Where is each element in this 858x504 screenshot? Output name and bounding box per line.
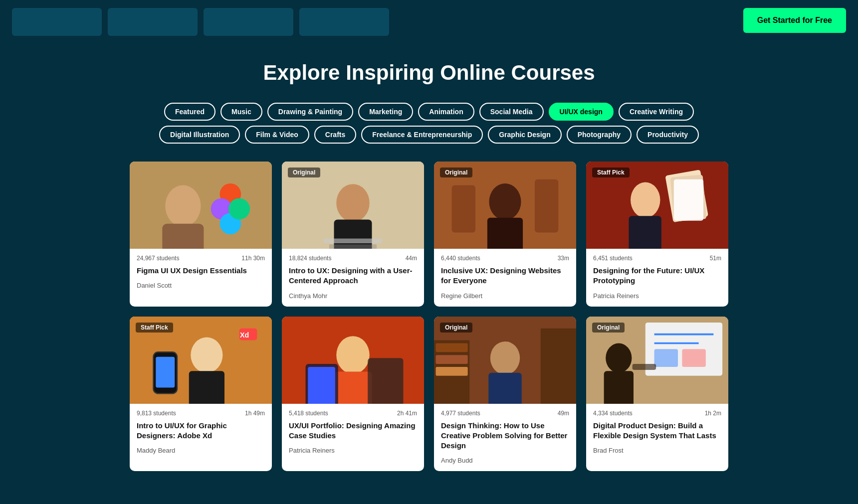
course-title: Intro to UX: Designing with a User-Cente… bbox=[282, 264, 424, 290]
filter-tag-ui-ux-design[interactable]: UI/UX design bbox=[549, 103, 614, 121]
svg-rect-41 bbox=[436, 355, 468, 364]
main-content: Explore Inspiring Online Courses Feature… bbox=[0, 41, 858, 491]
course-card[interactable]: Xd Staff Pick 9,813 students 1h 49m Intr… bbox=[130, 317, 272, 472]
course-badge: Original bbox=[288, 168, 320, 177]
course-meta: 4,334 students 1h 2m bbox=[586, 404, 728, 419]
course-card[interactable]: 5,418 students 2h 41m UX/UI Portfolio: D… bbox=[282, 317, 424, 472]
svg-rect-40 bbox=[436, 343, 468, 352]
svg-rect-12 bbox=[329, 244, 377, 249]
filter-tag-film---video[interactable]: Film & Video bbox=[245, 126, 309, 144]
svg-rect-53 bbox=[633, 364, 656, 370]
course-thumbnail bbox=[130, 162, 272, 249]
course-students: 6,440 students bbox=[441, 255, 480, 262]
course-author: Andy Budd bbox=[434, 455, 576, 471]
svg-rect-35 bbox=[308, 366, 335, 403]
filter-tag-marketing[interactable]: Marketing bbox=[358, 103, 413, 121]
svg-point-19 bbox=[631, 182, 660, 218]
course-card[interactable]: Original 4,977 students 49m Design Think… bbox=[434, 317, 576, 472]
course-badge: Staff Pick bbox=[136, 323, 173, 333]
course-author: Brad Frost bbox=[586, 445, 728, 461]
svg-point-1 bbox=[165, 185, 201, 227]
filter-tag-social-media[interactable]: Social Media bbox=[479, 103, 544, 121]
svg-rect-50 bbox=[682, 349, 706, 367]
course-author: Regine Gilbert bbox=[434, 290, 576, 307]
top-bar: Get Started for Free bbox=[0, 0, 858, 41]
course-author: Cinthya Mohr bbox=[282, 290, 424, 307]
course-meta: 6,451 students 51m bbox=[586, 249, 728, 264]
filter-tag-photography[interactable]: Photography bbox=[567, 126, 632, 144]
category-filters: FeaturedMusicDrawing & PaintingMarketing… bbox=[130, 103, 728, 144]
filter-tag-drawing---painting[interactable]: Drawing & Painting bbox=[267, 103, 353, 121]
filter-tag-freelance---entrepreneurship[interactable]: Freelance & Entrepreneurship bbox=[361, 126, 483, 144]
course-author: Patricia Reiners bbox=[282, 445, 424, 461]
filter-tag-featured[interactable]: Featured bbox=[164, 103, 215, 121]
course-badge: Original bbox=[440, 323, 472, 333]
svg-point-7 bbox=[228, 198, 250, 220]
filter-tag-productivity[interactable]: Productivity bbox=[637, 126, 699, 144]
svg-point-51 bbox=[606, 343, 632, 372]
course-author: Patricia Reiners bbox=[586, 290, 728, 307]
course-title: Inclusive UX: Designing Websites for Eve… bbox=[434, 264, 576, 290]
course-duration: 51m bbox=[710, 255, 721, 262]
course-thumbnail: Original bbox=[434, 317, 576, 404]
course-duration: 44m bbox=[406, 255, 417, 262]
svg-text:Xd: Xd bbox=[240, 331, 249, 338]
svg-rect-16 bbox=[452, 185, 476, 233]
svg-point-14 bbox=[489, 183, 521, 220]
course-students: 18,824 students bbox=[289, 255, 331, 262]
svg-rect-26 bbox=[189, 371, 224, 404]
svg-rect-52 bbox=[604, 371, 634, 404]
course-students: 6,451 students bbox=[593, 255, 633, 262]
course-thumbnail: Original bbox=[282, 162, 424, 249]
filter-tag-creative-writing[interactable]: Creative Writing bbox=[619, 103, 694, 121]
course-students: 4,334 students bbox=[593, 410, 633, 417]
svg-rect-42 bbox=[436, 366, 468, 375]
course-thumbnail: Original bbox=[586, 317, 728, 404]
course-badge: Staff Pick bbox=[592, 168, 630, 177]
page-title: Explore Inspiring Online Courses bbox=[12, 61, 846, 85]
course-duration: 2h 41m bbox=[397, 410, 417, 417]
course-meta: 4,977 students 49m bbox=[434, 404, 576, 419]
course-card[interactable]: 24,967 students 11h 30m Figma UI UX Desi… bbox=[130, 162, 272, 307]
svg-rect-23 bbox=[674, 179, 703, 221]
course-meta: 18,824 students 44m bbox=[282, 249, 424, 264]
svg-rect-2 bbox=[162, 224, 204, 249]
svg-point-32 bbox=[336, 336, 370, 374]
filter-tag-digital-illustration[interactable]: Digital Illustration bbox=[159, 126, 240, 144]
strip-2 bbox=[108, 8, 198, 36]
svg-rect-44 bbox=[488, 372, 522, 403]
filter-tag-graphic-design[interactable]: Graphic Design bbox=[488, 126, 561, 144]
filter-tag-music[interactable]: Music bbox=[220, 103, 262, 121]
svg-point-9 bbox=[336, 184, 370, 222]
course-author: Maddy Beard bbox=[130, 445, 272, 461]
svg-rect-15 bbox=[487, 218, 523, 249]
course-meta: 6,440 students 33m bbox=[434, 249, 576, 264]
course-badge: Original bbox=[440, 168, 472, 177]
course-duration: 1h 49m bbox=[245, 410, 265, 417]
course-students: 24,967 students bbox=[137, 255, 179, 262]
course-card[interactable]: Original 18,824 students 44m Intro to UX… bbox=[282, 162, 424, 307]
svg-rect-20 bbox=[629, 216, 661, 249]
course-card[interactable]: Original 4,334 students 1h 2m Digital Pr… bbox=[586, 317, 728, 472]
svg-rect-17 bbox=[535, 179, 559, 233]
course-card[interactable]: Original 6,440 students 33m Inclusive UX… bbox=[434, 162, 576, 307]
course-duration: 33m bbox=[558, 255, 569, 262]
strip-1 bbox=[12, 8, 102, 36]
course-title: Digital Product Design: Build a Flexible… bbox=[586, 419, 728, 445]
svg-rect-39 bbox=[541, 328, 576, 403]
svg-rect-11 bbox=[323, 238, 383, 243]
filter-tag-animation[interactable]: Animation bbox=[418, 103, 474, 121]
course-title: Designing for the Future: UI/UX Prototyp… bbox=[586, 264, 728, 290]
course-title: Design Thinking: How to Use Creative Pro… bbox=[434, 419, 576, 455]
get-started-button[interactable]: Get Started for Free bbox=[743, 8, 846, 33]
course-students: 9,813 students bbox=[137, 410, 176, 417]
course-duration: 1h 2m bbox=[705, 410, 721, 417]
course-meta: 24,967 students 11h 30m bbox=[130, 249, 272, 264]
course-card[interactable]: Staff Pick 6,451 students 51m Designing … bbox=[586, 162, 728, 307]
course-duration: 49m bbox=[558, 410, 569, 417]
course-thumbnail bbox=[282, 317, 424, 404]
course-meta: 9,813 students 1h 49m bbox=[130, 404, 272, 419]
course-thumbnail: Original bbox=[434, 162, 576, 249]
filter-tag-crafts[interactable]: Crafts bbox=[314, 126, 356, 144]
svg-rect-28 bbox=[156, 356, 175, 387]
